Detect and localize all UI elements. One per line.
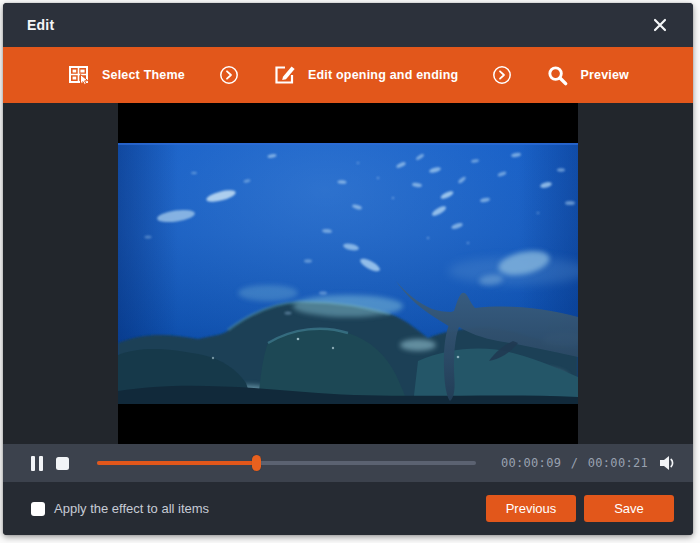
speaker-icon [659,455,677,471]
apply-effect-row: Apply the effect to all items [31,501,209,516]
step-edit-opening-ending[interactable]: Edit opening and ending [273,63,458,87]
pause-icon [31,456,35,471]
edit-dialog: Edit Select Theme [3,3,693,535]
stop-button[interactable] [56,457,69,470]
title-bar: Edit [3,3,693,47]
step-label: Edit opening and ending [308,68,458,82]
close-icon [653,18,667,32]
volume-button[interactable] [659,455,677,471]
time-separator: / [570,456,580,470]
apply-effect-checkbox[interactable] [31,502,45,516]
time-display: 00:00:09 / 00:00:21 [500,456,649,470]
pause-icon [39,456,43,471]
footer-bar: Apply the effect to all items Previous S… [3,482,693,535]
save-button[interactable]: Save [584,495,674,522]
video-stage [118,103,578,444]
seek-thumb[interactable] [252,455,261,471]
wizard-toolbar: Select Theme Edit opening and ending [3,47,693,103]
chevron-right-circle-icon [219,65,239,85]
current-time: 00:00:09 [500,456,562,470]
magnifier-icon [546,64,569,87]
preview-area [3,103,693,444]
step-preview[interactable]: Preview [546,64,629,87]
chevron-right-circle-icon [492,65,512,85]
previous-button[interactable]: Previous [486,495,576,522]
seek-progress-fill [97,461,256,465]
step-select-theme[interactable]: Select Theme [67,63,185,87]
theme-grid-icon [67,63,91,87]
video-frame-underwater-scene [118,143,578,404]
edit-pencil-icon [273,63,297,87]
step-label: Select Theme [102,68,185,82]
step-label: Preview [580,68,629,82]
dialog-title: Edit [27,17,54,33]
close-button[interactable] [647,12,673,38]
total-time: 00:00:21 [587,456,649,470]
pause-button[interactable] [31,456,43,471]
apply-effect-label: Apply the effect to all items [54,501,209,516]
player-controls: 00:00:09 / 00:00:21 [3,444,693,482]
seek-slider[interactable] [97,455,477,471]
